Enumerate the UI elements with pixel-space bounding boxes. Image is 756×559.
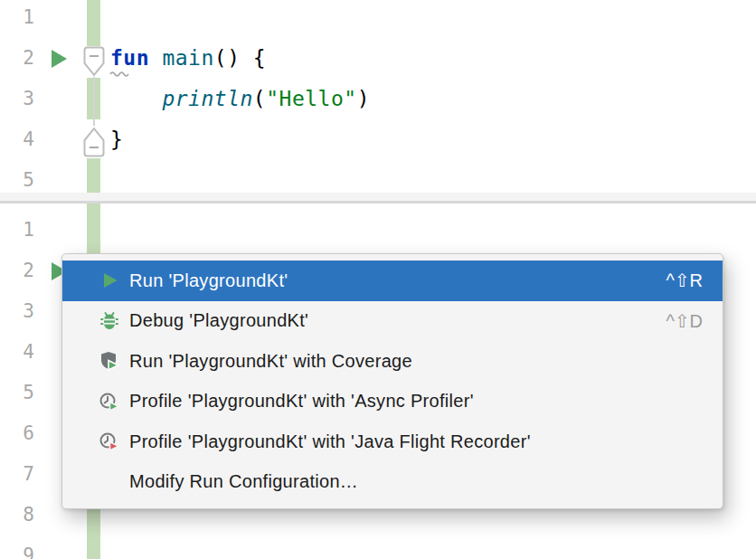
close-paren: ) [357,87,370,110]
line-number: 4 [0,119,34,160]
line-number: 2 [0,38,34,79]
editor-split-divider-line [0,201,756,204]
fold-start-icon[interactable] [83,46,105,78]
function-call-println: println [162,87,252,110]
menu-item-profile-async[interactable]: Profile 'PlaygroundKt' with 'Async Profi… [62,382,723,422]
editor-split-divider[interactable] [0,193,756,201]
typo-squiggle-underline [109,70,129,77]
menu-item-profile-jfr[interactable]: Profile 'PlaygroundKt' with 'Java Flight… [62,422,723,462]
run-context-menu: Run 'PlaygroundKt' ^⇧R Debug 'Playground… [61,253,723,509]
changed-lines-bar [87,158,100,194]
keyword-fun: fun [110,46,149,70]
punctuation: () { [214,46,266,70]
line-number: 7 [0,454,34,495]
menu-item-debug[interactable]: Debug 'PlaygroundKt' ^⇧D [62,301,723,342]
function-name-main: main [162,46,213,70]
menu-item-modify-run-configuration[interactable]: Modify Run Configuration… [62,462,723,503]
menu-item-label: Modify Run Configuration… [129,471,703,492]
menu-item-shortcut: ^⇧R [666,270,703,291]
line-number: 8 [0,495,34,535]
open-paren: ( [253,87,266,110]
run-with-coverage-icon [99,350,120,372]
code-line-closing-brace: } [110,119,123,160]
line-number: 3 [0,79,34,119]
changed-lines-bar [87,0,100,46]
line-number: 1 [0,0,34,38]
menu-item-shortcut: ^⇧D [666,310,703,332]
menu-item-label: Run 'PlaygroundKt' with Coverage [129,351,703,372]
run-gutter-icon[interactable] [50,49,68,69]
line-number: 3 [0,291,34,332]
indent [110,87,162,110]
run-icon [99,270,120,291]
menu-item-label: Debug 'PlaygroundKt' [129,310,666,331]
profile-async-profiler-icon [99,391,120,412]
menu-item-label: Run 'PlaygroundKt' [129,270,666,291]
fold-region-line [93,77,95,126]
line-number: 4 [0,332,34,373]
menu-item-label: Profile 'PlaygroundKt' with 'Java Flight… [129,431,703,452]
closing-brace: } [110,128,123,151]
menu-item-label: Profile 'PlaygroundKt' with 'Async Profi… [129,391,703,412]
line-number: 1 [0,210,34,251]
line-number: 2 [0,251,34,291]
debug-icon [99,310,120,332]
bottom-editor-gutter: 1 2 3 4 5 6 7 8 9 [0,210,34,559]
code-line-fun-main: fun main() { [110,38,266,79]
space [149,46,162,70]
line-number: 9 [0,535,34,559]
empty-icon-slot [99,471,120,493]
menu-item-run[interactable]: Run 'PlaygroundKt' ^⇧R [62,261,723,301]
profile-java-flight-recorder-icon [99,431,120,452]
code-line-println: println("Hello") [110,79,370,119]
string-literal: "Hello" [266,87,356,110]
menu-item-run-with-coverage[interactable]: Run 'PlaygroundKt' with Coverage [62,341,723,382]
top-editor-gutter: 1 2 3 4 5 [0,0,34,201]
line-number: 5 [0,373,34,413]
line-number: 6 [0,413,34,454]
ide-editor-screen: 1 2 3 4 5 fun main() { println("Hello") … [0,0,756,559]
fold-end-icon[interactable] [83,126,105,157]
